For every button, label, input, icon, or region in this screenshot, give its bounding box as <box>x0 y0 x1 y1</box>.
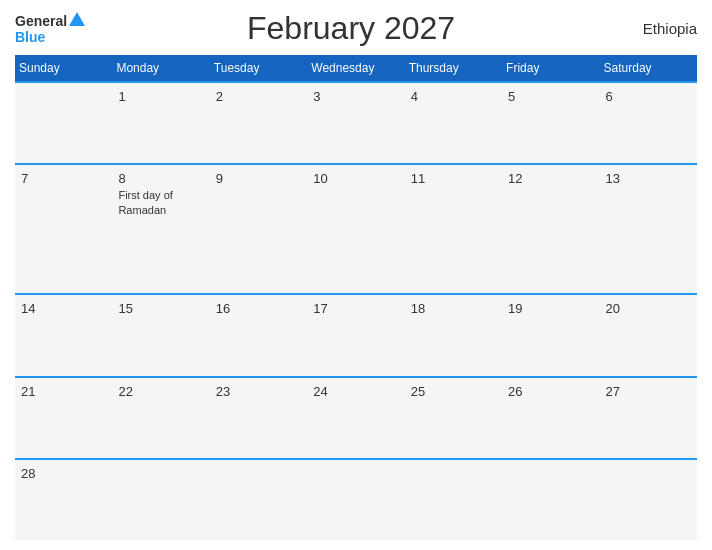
header-friday: Friday <box>502 55 599 82</box>
header-sunday: Sunday <box>15 55 112 82</box>
day-number: 19 <box>508 301 593 316</box>
day-number: 11 <box>411 171 496 186</box>
day-number: 16 <box>216 301 301 316</box>
calendar-week-row: 123456 <box>15 82 697 164</box>
day-number: 17 <box>313 301 398 316</box>
calendar-title: February 2027 <box>85 10 617 47</box>
calendar-cell: 2 <box>210 82 307 164</box>
day-number: 3 <box>313 89 398 104</box>
calendar-cell: 15 <box>112 294 209 376</box>
day-number: 22 <box>118 384 203 399</box>
calendar-week-row: 21222324252627 <box>15 377 697 459</box>
event-text: First day of Ramadan <box>118 188 203 217</box>
calendar-cell: 26 <box>502 377 599 459</box>
header-tuesday: Tuesday <box>210 55 307 82</box>
calendar-cell: 14 <box>15 294 112 376</box>
calendar-cell: 10 <box>307 164 404 294</box>
calendar-week-row: 28 <box>15 459 697 540</box>
calendar-cell: 21 <box>15 377 112 459</box>
calendar-cell: 24 <box>307 377 404 459</box>
calendar-cell: 4 <box>405 82 502 164</box>
calendar-cell: 8First day of Ramadan <box>112 164 209 294</box>
day-number: 5 <box>508 89 593 104</box>
country-label: Ethiopia <box>617 20 697 37</box>
calendar-table: Sunday Monday Tuesday Wednesday Thursday… <box>15 55 697 540</box>
day-number: 8 <box>118 171 203 186</box>
calendar-cell: 25 <box>405 377 502 459</box>
calendar-cell: 3 <box>307 82 404 164</box>
day-number: 14 <box>21 301 106 316</box>
day-number: 24 <box>313 384 398 399</box>
day-number: 6 <box>606 89 691 104</box>
calendar-cell <box>600 459 697 540</box>
logo-general-text: General <box>15 13 67 29</box>
calendar-cell <box>15 82 112 164</box>
day-number: 2 <box>216 89 301 104</box>
calendar-cell <box>112 459 209 540</box>
calendar-cell: 18 <box>405 294 502 376</box>
calendar-cell: 28 <box>15 459 112 540</box>
calendar-cell: 16 <box>210 294 307 376</box>
day-number: 4 <box>411 89 496 104</box>
calendar-cell: 6 <box>600 82 697 164</box>
calendar-cell: 20 <box>600 294 697 376</box>
calendar-cell: 11 <box>405 164 502 294</box>
calendar-container: General Blue February 2027 Ethiopia Sund… <box>0 0 712 550</box>
calendar-cell: 13 <box>600 164 697 294</box>
day-number: 7 <box>21 171 106 186</box>
calendar-cell: 22 <box>112 377 209 459</box>
calendar-cell: 7 <box>15 164 112 294</box>
calendar-week-row: 78First day of Ramadan910111213 <box>15 164 697 294</box>
header-thursday: Thursday <box>405 55 502 82</box>
day-number: 9 <box>216 171 301 186</box>
calendar-cell: 17 <box>307 294 404 376</box>
logo: General Blue <box>15 13 85 45</box>
calendar-cell <box>210 459 307 540</box>
day-number: 25 <box>411 384 496 399</box>
calendar-cell: 1 <box>112 82 209 164</box>
calendar-cell: 27 <box>600 377 697 459</box>
day-number: 27 <box>606 384 691 399</box>
calendar-cell <box>405 459 502 540</box>
calendar-week-row: 14151617181920 <box>15 294 697 376</box>
day-number: 23 <box>216 384 301 399</box>
header: General Blue February 2027 Ethiopia <box>15 10 697 47</box>
calendar-cell: 19 <box>502 294 599 376</box>
day-number: 18 <box>411 301 496 316</box>
calendar-cell <box>502 459 599 540</box>
calendar-cell: 5 <box>502 82 599 164</box>
day-number: 21 <box>21 384 106 399</box>
day-number: 26 <box>508 384 593 399</box>
day-number: 15 <box>118 301 203 316</box>
calendar-cell: 23 <box>210 377 307 459</box>
weekday-header-row: Sunday Monday Tuesday Wednesday Thursday… <box>15 55 697 82</box>
day-number: 1 <box>118 89 203 104</box>
header-wednesday: Wednesday <box>307 55 404 82</box>
day-number: 12 <box>508 171 593 186</box>
day-number: 10 <box>313 171 398 186</box>
day-number: 20 <box>606 301 691 316</box>
day-number: 28 <box>21 466 106 481</box>
calendar-cell <box>307 459 404 540</box>
calendar-cell: 12 <box>502 164 599 294</box>
logo-triangle-icon <box>69 12 85 26</box>
logo-blue-text: Blue <box>15 29 45 45</box>
calendar-cell: 9 <box>210 164 307 294</box>
header-monday: Monday <box>112 55 209 82</box>
header-saturday: Saturday <box>600 55 697 82</box>
day-number: 13 <box>606 171 691 186</box>
